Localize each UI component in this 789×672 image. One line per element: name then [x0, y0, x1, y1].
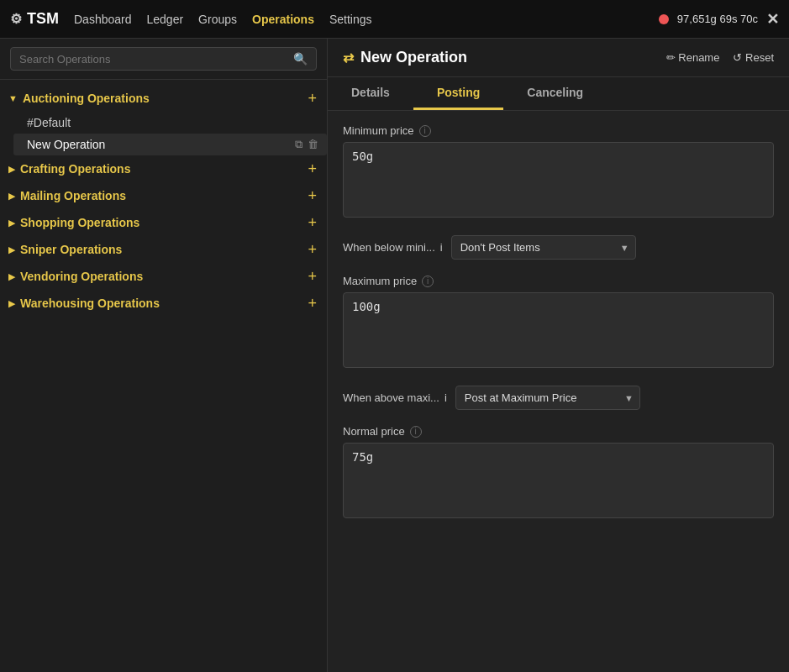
tab-details[interactable]: Details: [328, 77, 413, 110]
panel-title-text: New Operation: [360, 49, 467, 66]
section-crafting: ▶ Crafting Operations +: [0, 155, 327, 182]
logo-text: TSM: [27, 10, 59, 28]
section-vendoring: ▶ Vendoring Operations +: [0, 263, 327, 290]
above-max-row: When above maxi... i Post at Maximum Pri…: [343, 386, 774, 410]
auctioning-add-button[interactable]: +: [308, 91, 317, 106]
section-sniper: ▶ Sniper Operations +: [0, 236, 327, 263]
section-sniper-header[interactable]: ▶ Sniper Operations +: [0, 236, 327, 263]
panel-header: ⇄ New Operation ✏ Rename ↺ Reset: [328, 39, 789, 77]
nav-operations[interactable]: Operations: [252, 13, 314, 26]
swap-icon: ⇄: [343, 50, 354, 66]
shopping-add-button[interactable]: +: [308, 215, 317, 230]
crafting-add-button[interactable]: +: [308, 161, 317, 176]
normal-price-group: Normal price i: [343, 425, 774, 521]
section-mailing-header[interactable]: ▶ Mailing Operations +: [0, 182, 327, 209]
nav-ledger[interactable]: Ledger: [147, 13, 184, 26]
max-price-label: Maximum price i: [343, 275, 774, 287]
warehousing-label: Warehousing Operations: [20, 297, 160, 310]
list-item[interactable]: #Default: [13, 112, 327, 134]
normal-price-info-icon[interactable]: i: [410, 426, 422, 438]
min-price-group: Minimum price i: [343, 124, 774, 220]
section-shopping-header[interactable]: ▶ Shopping Operations +: [0, 209, 327, 236]
default-item-label: #Default: [27, 116, 71, 129]
content-panel: ⇄ New Operation ✏ Rename ↺ Reset Details…: [328, 39, 789, 672]
chevron-right-icon: ▶: [8, 218, 15, 228]
warehousing-add-button[interactable]: +: [308, 296, 317, 311]
error-indicator: [659, 14, 669, 24]
search-input[interactable]: [19, 53, 288, 66]
nav-right: 97,651g 69s 70c ✕: [659, 10, 779, 29]
item-actions: ⧉ 🗑: [295, 138, 318, 151]
max-price-input[interactable]: [343, 292, 774, 368]
main-layout: 🔍 ▼ Auctioning Operations + #Default: [0, 39, 789, 672]
list-item[interactable]: New Operation ⧉ 🗑: [13, 134, 327, 155]
section-crafting-header[interactable]: ▶ Crafting Operations +: [0, 155, 327, 182]
section-auctioning: ▼ Auctioning Operations + #Default New O…: [0, 85, 327, 155]
rename-button[interactable]: ✏ Rename: [666, 51, 720, 64]
nav-settings[interactable]: Settings: [329, 13, 372, 26]
tab-canceling[interactable]: Canceling: [503, 77, 607, 110]
gear-icon: ⚙: [10, 11, 22, 27]
tab-bar: Details Posting Canceling: [328, 77, 789, 111]
copy-icon[interactable]: ⧉: [295, 138, 302, 151]
panel-content: Minimum price i When below mini... i Don…: [328, 111, 789, 672]
delete-icon[interactable]: 🗑: [308, 138, 318, 151]
chevron-right-icon: ▶: [8, 244, 15, 255]
max-price-info-icon[interactable]: i: [422, 276, 434, 287]
chevron-right-icon: ▶: [8, 298, 15, 309]
normal-price-label: Normal price i: [343, 425, 774, 438]
vendoring-label: Vendoring Operations: [20, 270, 143, 283]
sniper-add-button[interactable]: +: [308, 242, 317, 257]
min-price-input[interactable]: [343, 142, 774, 218]
panel-actions: ✏ Rename ↺ Reset: [666, 51, 774, 64]
section-shopping: ▶ Shopping Operations +: [0, 209, 327, 236]
min-price-info-icon[interactable]: i: [419, 125, 431, 137]
section-warehousing-header[interactable]: ▶ Warehousing Operations +: [0, 290, 327, 317]
shopping-label: Shopping Operations: [20, 216, 139, 229]
chevron-down-icon: ▼: [8, 93, 18, 103]
nav-dashboard[interactable]: Dashboard: [74, 13, 132, 26]
new-operation-label: New Operation: [27, 138, 105, 151]
currency-display: 97,651g 69s 70c: [677, 13, 758, 25]
mailing-label: Mailing Operations: [20, 189, 126, 202]
app-logo: ⚙ TSM: [10, 10, 59, 28]
above-max-dropdown[interactable]: Post at Maximum Price Don't Post Items C…: [455, 386, 640, 410]
below-min-label: When below mini... i: [343, 241, 443, 254]
section-auctioning-header[interactable]: ▼ Auctioning Operations +: [0, 85, 327, 112]
auctioning-children: #Default New Operation ⧉ 🗑: [0, 112, 327, 155]
mailing-add-button[interactable]: +: [308, 188, 317, 203]
close-button[interactable]: ✕: [766, 10, 779, 29]
below-min-dropdown[interactable]: Don't Post Items Post at Minimum Price C…: [451, 235, 636, 260]
chevron-right-icon: ▶: [8, 191, 15, 202]
section-warehousing: ▶ Warehousing Operations +: [0, 290, 327, 317]
auctioning-label: Auctioning Operations: [23, 92, 150, 105]
search-icon: 🔍: [293, 52, 308, 66]
crafting-label: Crafting Operations: [20, 162, 130, 176]
nav-links: Dashboard Ledger Groups Operations Setti…: [74, 13, 644, 26]
search-box[interactable]: 🔍: [10, 47, 317, 71]
below-min-dropdown-wrapper: Don't Post Items Post at Minimum Price C…: [451, 235, 636, 260]
section-vendoring-header[interactable]: ▶ Vendoring Operations +: [0, 263, 327, 290]
normal-price-input[interactable]: [343, 443, 774, 518]
top-navigation: ⚙ TSM Dashboard Ledger Groups Operations…: [0, 0, 789, 39]
above-max-info-icon[interactable]: i: [444, 391, 447, 404]
chevron-right-icon: ▶: [8, 164, 15, 175]
tab-posting[interactable]: Posting: [413, 77, 503, 110]
below-min-row: When below mini... i Don't Post Items Po…: [343, 235, 774, 260]
vendoring-add-button[interactable]: +: [308, 269, 317, 284]
above-max-label: When above maxi... i: [343, 391, 447, 404]
above-max-dropdown-wrapper: Post at Maximum Price Don't Post Items C…: [455, 386, 640, 410]
sidebar-search-area: 🔍: [0, 39, 327, 80]
section-mailing: ▶ Mailing Operations +: [0, 182, 327, 209]
min-price-label: Minimum price i: [343, 124, 774, 137]
chevron-right-icon: ▶: [8, 271, 15, 282]
sniper-label: Sniper Operations: [20, 243, 122, 256]
reset-button[interactable]: ↺ Reset: [733, 51, 774, 64]
sidebar: 🔍 ▼ Auctioning Operations + #Default: [0, 39, 328, 672]
panel-title-area: ⇄ New Operation: [343, 49, 467, 66]
sidebar-tree: ▼ Auctioning Operations + #Default New O…: [0, 80, 327, 322]
nav-groups[interactable]: Groups: [198, 13, 237, 26]
max-price-group: Maximum price i: [343, 275, 774, 370]
below-min-info-icon[interactable]: i: [440, 241, 443, 254]
